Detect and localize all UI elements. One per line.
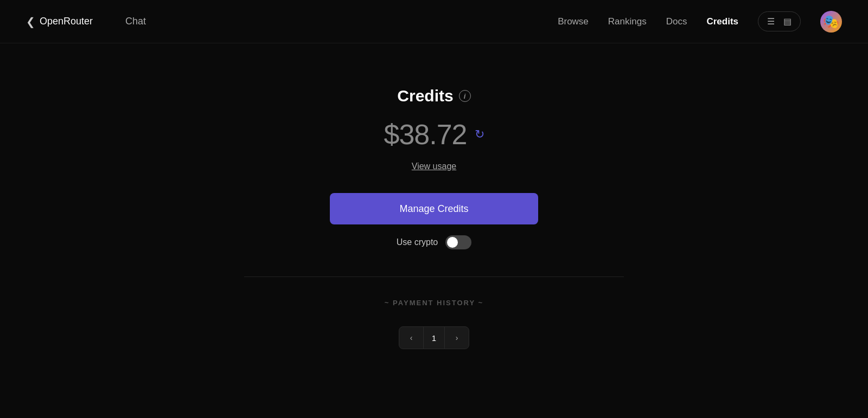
avatar-emoji: 🎭 bbox=[823, 14, 839, 29]
divider bbox=[244, 276, 624, 277]
main-content: Credits i $38.72 ↻ View usage Manage Cre… bbox=[0, 43, 868, 349]
next-page-button[interactable]: › bbox=[445, 327, 469, 349]
navbar: ❮ OpenRouter Chat Browse Rankings Docs C… bbox=[0, 0, 868, 43]
info-icon[interactable]: i bbox=[459, 90, 471, 102]
crypto-label: Use crypto bbox=[397, 237, 438, 247]
manage-credits-button[interactable]: Manage Credits bbox=[330, 193, 538, 224]
payment-history-label: ~ PAYMENT HISTORY ~ bbox=[385, 299, 483, 307]
avatar[interactable]: 🎭 bbox=[820, 11, 842, 33]
nav-browse-link[interactable]: Browse bbox=[558, 16, 589, 27]
credits-amount-value: $38.72 bbox=[384, 118, 467, 151]
prev-page-button[interactable]: ‹ bbox=[399, 327, 423, 349]
view-usage-link[interactable]: View usage bbox=[412, 162, 456, 171]
logo-text: OpenRouter bbox=[40, 16, 93, 27]
wallet-icon-button[interactable]: ▤ bbox=[780, 15, 795, 28]
nav-icons-group: ☰ ▤ bbox=[758, 11, 801, 31]
current-page-number: 1 bbox=[423, 327, 445, 349]
nav-credits-link[interactable]: Credits bbox=[706, 16, 738, 27]
nav-docs-link[interactable]: Docs bbox=[666, 16, 687, 27]
logo-icon: ❮ bbox=[26, 15, 35, 28]
crypto-row: Use crypto bbox=[397, 235, 471, 249]
nav-rankings-link[interactable]: Rankings bbox=[608, 16, 647, 27]
refresh-icon[interactable]: ↻ bbox=[475, 127, 484, 142]
page-title: Credits bbox=[397, 87, 453, 105]
crypto-toggle[interactable] bbox=[445, 235, 471, 249]
credits-amount-row: $38.72 ↻ bbox=[384, 118, 484, 151]
wallet-icon: ▤ bbox=[783, 16, 792, 27]
logo-link[interactable]: ❮ OpenRouter bbox=[26, 15, 93, 28]
nav-chat-link[interactable]: Chat bbox=[125, 16, 146, 27]
pagination: ‹ 1 › bbox=[399, 326, 469, 349]
menu-icon-button[interactable]: ☰ bbox=[764, 15, 778, 28]
nav-right: Browse Rankings Docs Credits ☰ ▤ 🎭 bbox=[558, 11, 842, 33]
menu-icon: ☰ bbox=[767, 16, 775, 27]
page-title-row: Credits i bbox=[397, 87, 470, 105]
